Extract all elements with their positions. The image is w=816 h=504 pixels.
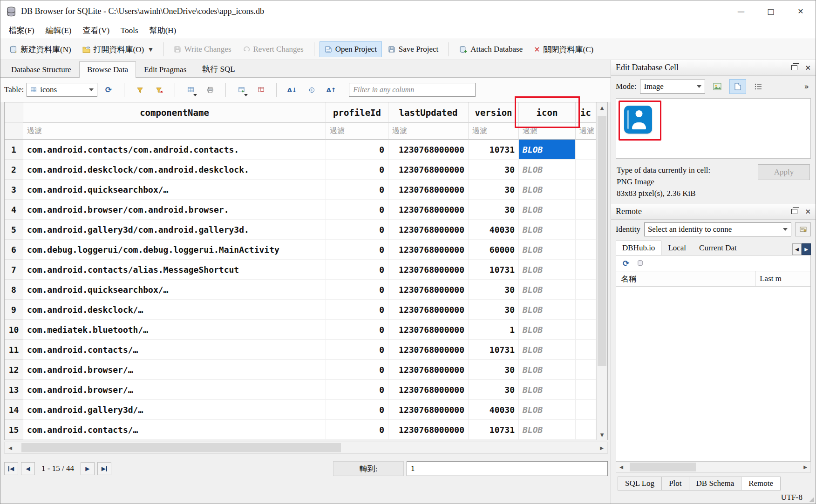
scroll-left-icon[interactable]: ◀: [616, 462, 626, 472]
grid-cell-icon[interactable]: BLOB: [519, 280, 576, 300]
row-number[interactable]: 6: [5, 240, 23, 260]
save-table-button[interactable]: [182, 82, 199, 98]
grid-cell-icon[interactable]: BLOB: [519, 300, 576, 320]
grid-cell-version[interactable]: 30: [469, 180, 519, 200]
grid-cell-cut[interactable]: [576, 200, 596, 220]
grid-cell-profileId[interactable]: 0: [326, 300, 388, 320]
row-number[interactable]: 15: [5, 420, 23, 440]
open-database-dropdown-arrow[interactable]: ▼: [149, 47, 152, 53]
grid-cell-lastUpdated[interactable]: 1230768000000: [388, 200, 469, 220]
refresh-button[interactable]: ⟳: [100, 82, 117, 98]
remote-tab-local[interactable]: Local: [661, 241, 693, 255]
grid-cell-lastUpdated[interactable]: 1230768000000: [388, 320, 469, 340]
float-panel-icon[interactable]: [791, 209, 797, 214]
grid-cell-componentName[interactable]: com.android.deskclock/com.android.deskcl…: [23, 160, 326, 180]
grid-cell-lastUpdated[interactable]: 1230768000000: [388, 140, 469, 160]
close-panel-icon[interactable]: ✕: [805, 64, 811, 72]
remote-tab-dbhub[interactable]: DBHub.io: [616, 241, 661, 255]
grid-cell-icon[interactable]: BLOB: [519, 400, 576, 420]
write-changes-button[interactable]: Write Changes: [169, 41, 237, 57]
grid-cell-cut[interactable]: [576, 220, 596, 240]
first-page-button[interactable]: ◀: [4, 462, 18, 475]
grid-cell-profileId[interactable]: 0: [326, 280, 388, 300]
remote-horizontal-scrollbar[interactable]: ◀ ▶: [616, 462, 811, 473]
open-project-button[interactable]: Open Project: [320, 41, 382, 57]
table-row[interactable]: 2com.android.deskclock/com.android.deskc…: [5, 160, 596, 180]
grid-cell-lastUpdated[interactable]: 1230768000000: [388, 340, 469, 360]
grid-cell-lastUpdated[interactable]: 1230768000000: [388, 400, 469, 420]
column-header-componentName[interactable]: componentName: [23, 102, 326, 123]
next-page-button[interactable]: ▶: [81, 462, 95, 475]
table-row[interactable]: 14com.android.gallery3d/…012307680000004…: [5, 400, 596, 420]
float-panel-icon[interactable]: [791, 65, 797, 70]
menu-edit[interactable]: 編輯(E): [40, 23, 77, 38]
row-number[interactable]: 9: [5, 300, 23, 320]
mode-select[interactable]: Image: [640, 80, 705, 94]
table-row[interactable]: 13com.android.browser/…0123076800000030B…: [5, 380, 596, 400]
grid-cell-icon[interactable]: BLOB: [519, 200, 576, 220]
row-number[interactable]: 8: [5, 280, 23, 300]
menu-help[interactable]: 幫助(H): [144, 23, 182, 38]
tab-edit-pragmas[interactable]: Edit Pragmas: [136, 61, 194, 78]
grid-cell-version[interactable]: 30: [469, 360, 519, 380]
corner-header[interactable]: [5, 102, 23, 123]
filter-profileId[interactable]: 過濾: [326, 123, 388, 140]
filter-version[interactable]: 過濾: [469, 123, 519, 140]
grid-cell-profileId[interactable]: 0: [326, 340, 388, 360]
table-row[interactable]: 5com.android.gallery3d/com.android.galle…: [5, 220, 596, 240]
table-row[interactable]: 7com.android.contacts/alias.MessageShort…: [5, 260, 596, 280]
apply-button[interactable]: Apply: [758, 164, 810, 180]
attach-database-button[interactable]: Attach Database: [454, 41, 528, 57]
remote-tab-current[interactable]: Current Dat: [693, 241, 743, 255]
grid-cell-cut[interactable]: [576, 340, 596, 360]
column-header-profileId[interactable]: profileId: [326, 102, 388, 123]
grid-cell-componentName[interactable]: com.android.browser/…: [23, 360, 326, 380]
grid-cell-icon[interactable]: BLOB: [519, 140, 576, 160]
grid-cell-version[interactable]: 60000: [469, 240, 519, 260]
maximize-button[interactable]: □: [756, 0, 786, 22]
grid-cell-lastUpdated[interactable]: 1230768000000: [388, 160, 469, 180]
vertical-scrollbar-thumb[interactable]: [598, 116, 606, 366]
grid-cell-cut[interactable]: [576, 400, 596, 420]
goto-input[interactable]: [407, 461, 608, 476]
grid-cell-icon[interactable]: BLOB: [519, 380, 576, 400]
grid-cell-lastUpdated[interactable]: 1230768000000: [388, 300, 469, 320]
filter-input[interactable]: [349, 83, 476, 97]
grid-cell-profileId[interactable]: 0: [326, 180, 388, 200]
grid-cell-icon[interactable]: BLOB: [519, 220, 576, 240]
dock-tab-db-schema[interactable]: DB Schema: [689, 477, 742, 491]
grid-cell-profileId[interactable]: 0: [326, 140, 388, 160]
grid-cell-version[interactable]: 10731: [469, 260, 519, 280]
remote-table-body[interactable]: [616, 287, 810, 461]
grid-cell-componentName[interactable]: com.android.browser/…: [23, 380, 326, 400]
delete-record-button[interactable]: [252, 82, 269, 98]
remote-name-header[interactable]: 名稱: [616, 271, 756, 286]
grid-cell-componentName[interactable]: com.android.gallery3d/com.android.galler…: [23, 220, 326, 240]
grid-cell-icon[interactable]: BLOB: [519, 180, 576, 200]
menu-file[interactable]: 檔案(F): [3, 23, 40, 38]
dock-tab-plot[interactable]: Plot: [661, 477, 689, 491]
table-row[interactable]: 3com.android.quicksearchbox/…01230768000…: [5, 180, 596, 200]
column-header-lastUpdated[interactable]: lastUpdated: [388, 102, 469, 123]
save-filter-button[interactable]: [131, 82, 148, 98]
table-row[interactable]: 6com.debug.loggerui/com.debug.loggerui.M…: [5, 240, 596, 260]
last-page-button[interactable]: ▶: [97, 462, 111, 475]
filter-lastUpdated[interactable]: 過濾: [388, 123, 469, 140]
table-row[interactable]: 1com.android.contacts/com.android.contac…: [5, 140, 596, 160]
grid-cell-lastUpdated[interactable]: 1230768000000: [388, 380, 469, 400]
grid-cell-profileId[interactable]: 0: [326, 200, 388, 220]
grid-cell-lastUpdated[interactable]: 1230768000000: [388, 360, 469, 380]
table-row[interactable]: 12com.android.browser/…0123076800000030B…: [5, 360, 596, 380]
new-record-button[interactable]: [233, 82, 250, 98]
close-button[interactable]: ✕: [786, 0, 816, 22]
horizontal-scrollbar-thumb[interactable]: [21, 443, 340, 452]
close-panel-icon[interactable]: ✕: [805, 208, 811, 216]
grid-cell-version[interactable]: 10731: [469, 140, 519, 160]
grid-cell-componentName[interactable]: com.android.contacts/alias.MessageShortc…: [23, 260, 326, 280]
grid-cell-cut[interactable]: [576, 140, 596, 160]
grid-cell-lastUpdated[interactable]: 1230768000000: [388, 240, 469, 260]
table-row[interactable]: 15com.android.contacts/…0123076800000010…: [5, 420, 596, 440]
grid-cell-componentName[interactable]: com.android.contacts/com.android.contact…: [23, 140, 326, 160]
table-row[interactable]: 8com.android.quicksearchbox/…01230768000…: [5, 280, 596, 300]
grid-cell-version[interactable]: 1: [469, 320, 519, 340]
